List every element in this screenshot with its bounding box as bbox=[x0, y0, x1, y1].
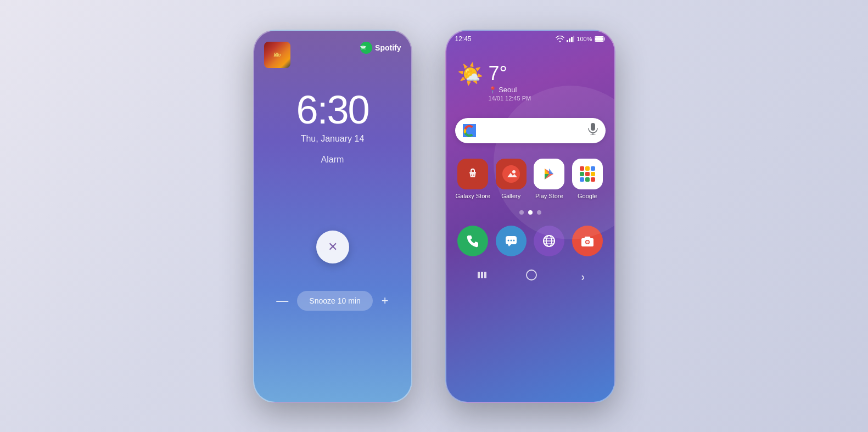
album-art-inner: lil/lo bbox=[264, 42, 290, 68]
google-icon bbox=[572, 159, 603, 189]
weather-location: 📍 Seoul bbox=[489, 86, 531, 94]
spotify-label: Spotify bbox=[375, 43, 401, 52]
dismiss-button[interactable]: ✕ bbox=[316, 231, 349, 263]
battery-text: 100% bbox=[576, 36, 592, 42]
weather-icon: ☀️ ⛅ bbox=[457, 64, 483, 85]
svg-rect-1 bbox=[569, 38, 570, 42]
svg-rect-5 bbox=[595, 37, 603, 41]
weather-temperature: 7° bbox=[489, 64, 531, 83]
dismiss-x-icon: ✕ bbox=[328, 240, 338, 254]
weather-datetime: 14/01 12:45 PM bbox=[489, 95, 531, 102]
wifi-icon bbox=[556, 36, 564, 42]
alarm-label-text: Alarm bbox=[254, 155, 411, 165]
svg-rect-30 bbox=[481, 272, 483, 278]
galaxy-store-label: Galaxy Store bbox=[455, 193, 490, 199]
google-g-logo bbox=[463, 124, 476, 137]
navigation-bar bbox=[446, 263, 614, 290]
battery-icon bbox=[595, 36, 606, 42]
svg-point-28 bbox=[586, 240, 589, 243]
phone-home-screen: 12:45 100% bbox=[445, 30, 615, 403]
dock-messages[interactable] bbox=[493, 226, 529, 256]
phone-call-icon bbox=[457, 226, 488, 256]
status-time: 12:45 bbox=[455, 35, 472, 43]
svg-rect-2 bbox=[571, 37, 573, 42]
app-item-galaxy-store[interactable]: Galaxy Store bbox=[455, 159, 491, 199]
back-button[interactable] bbox=[477, 270, 488, 283]
play-store-icon bbox=[534, 159, 564, 189]
svg-rect-3 bbox=[573, 36, 574, 42]
svg-point-20 bbox=[510, 239, 512, 241]
snooze-plus-button[interactable]: + bbox=[382, 294, 389, 308]
messages-icon bbox=[496, 226, 527, 256]
svg-point-13 bbox=[512, 170, 516, 173]
google-grid-logo bbox=[580, 166, 595, 182]
gallery-icon bbox=[496, 159, 527, 189]
svg-rect-0 bbox=[567, 40, 568, 42]
snooze-bar: — Snooze 10 min + bbox=[254, 291, 411, 311]
status-bar: 12:45 100% bbox=[446, 31, 614, 47]
signal-icon bbox=[567, 36, 574, 42]
svg-point-19 bbox=[507, 239, 509, 241]
alarm-time-display: 6:30 Thu, January 14 bbox=[254, 90, 411, 144]
alarm-date: Thu, January 14 bbox=[254, 134, 411, 144]
svg-point-21 bbox=[513, 239, 514, 241]
status-icons: 100% bbox=[556, 36, 605, 42]
svg-point-11 bbox=[473, 175, 474, 176]
phone-alarm-screen: lil/lo Spotify 6:30 Thu, January 14 Alar… bbox=[253, 30, 412, 403]
galaxy-store-icon bbox=[457, 159, 488, 189]
spotify-icon bbox=[360, 42, 372, 54]
alarm-header: lil/lo Spotify bbox=[254, 31, 411, 68]
snooze-minus-button[interactable]: — bbox=[276, 294, 288, 308]
recents-button[interactable] bbox=[575, 270, 584, 283]
svg-point-32 bbox=[527, 270, 536, 280]
svg-point-10 bbox=[471, 175, 472, 176]
dock-phone[interactable] bbox=[455, 226, 491, 256]
svg-rect-29 bbox=[478, 272, 480, 278]
weather-info: 7° 📍 Seoul 14/01 12:45 PM bbox=[489, 64, 531, 102]
snooze-button[interactable]: Snooze 10 min bbox=[297, 291, 372, 311]
home-button[interactable] bbox=[526, 270, 537, 283]
svg-rect-31 bbox=[484, 272, 486, 278]
album-art: lil/lo bbox=[264, 42, 290, 68]
alarm-time-value: 6:30 bbox=[254, 90, 411, 130]
svg-marker-17 bbox=[549, 169, 553, 174]
spotify-logo: Spotify bbox=[360, 42, 401, 54]
